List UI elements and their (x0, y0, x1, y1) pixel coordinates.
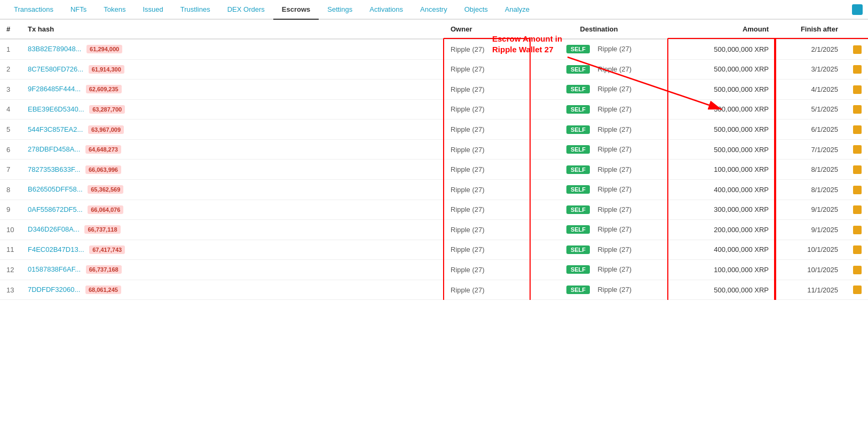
row-owner: Ripple (27) (444, 99, 530, 120)
tab-settings[interactable]: Settings (319, 0, 361, 20)
row-finish-after: 5/1/2025 (775, 99, 845, 120)
row-owner: Ripple (27) (444, 59, 530, 80)
tab-nfts[interactable]: NFTs (62, 0, 95, 20)
row-amount: 400,000,000 XRP (668, 179, 775, 200)
tx-hash-link: 7827353B633F... (28, 165, 80, 173)
table-row: 3 9F286485F444... 62,609,235 Ripple (27)… (0, 80, 868, 100)
lock-icon[interactable] (853, 286, 862, 294)
row-txhash[interactable]: EBE39E6D5340... 63,287,700 (21, 99, 444, 120)
col-header-owner: Owner (444, 20, 530, 39)
tab-analyze[interactable]: Analyze (496, 0, 538, 20)
tab-tokens[interactable]: Tokens (95, 0, 134, 20)
ledger-badge: 63,967,009 (88, 125, 124, 134)
row-txhash[interactable]: D346D26F08A... 66,737,118 (21, 220, 444, 240)
lock-icon[interactable] (853, 65, 862, 74)
lock-icon[interactable] (853, 266, 862, 274)
row-lock[interactable] (845, 179, 868, 200)
row-lock[interactable] (845, 59, 868, 80)
lock-icon[interactable] (853, 245, 862, 254)
row-lock[interactable] (845, 260, 868, 280)
tx-hash-link: 7DDFDF32060... (28, 286, 80, 294)
row-amount: 400,000,000 XRP (668, 240, 775, 260)
tab-transactions[interactable]: Transactions (5, 0, 62, 20)
row-destination: SELF Ripple (27) (530, 139, 668, 160)
tab-activations[interactable]: Activations (361, 0, 412, 20)
ledger-badge: 63,287,700 (89, 105, 125, 114)
row-destination: SELF Ripple (27) (530, 220, 668, 240)
row-amount: 100,000,000 XRP (668, 160, 775, 180)
row-txhash[interactable]: F4EC02B47D13... 67,417,743 (21, 240, 444, 260)
lock-icon[interactable] (853, 226, 862, 234)
row-owner: Ripple (27) (444, 220, 530, 240)
row-lock[interactable] (845, 280, 868, 300)
row-owner: Ripple (27) (444, 80, 530, 100)
lock-icon[interactable] (853, 165, 862, 174)
row-owner: Ripple (27) (444, 280, 530, 300)
row-amount: 500,000,000 XRP (668, 139, 775, 160)
row-finish-after: 6/1/2025 (775, 120, 845, 140)
row-txhash[interactable]: 7DDFDF32060... 68,061,245 (21, 280, 444, 300)
row-lock[interactable] (845, 120, 868, 140)
self-badge: SELF (566, 286, 590, 294)
row-num: 1 (0, 39, 21, 59)
tab-dex-orders[interactable]: DEX Orders (219, 0, 273, 20)
row-txhash[interactable]: 278DBFD458A... 64,648,273 (21, 139, 444, 160)
row-num: 5 (0, 120, 21, 140)
table-row: 12 01587838F6AF... 66,737,168 Ripple (27… (0, 260, 868, 280)
row-num: 12 (0, 260, 21, 280)
row-lock[interactable] (845, 80, 868, 100)
lock-icon[interactable] (853, 85, 862, 94)
row-owner: Ripple (27) (444, 200, 530, 220)
ledger-badge: 62,609,235 (86, 85, 122, 93)
row-owner: Ripple (27) (444, 240, 530, 260)
self-badge: SELF (566, 85, 590, 93)
lock-icon[interactable] (853, 125, 862, 134)
row-num: 6 (0, 139, 21, 160)
row-txhash[interactable]: 8C7E580FD726... 61,914,300 (21, 59, 444, 80)
self-badge: SELF (566, 205, 590, 214)
lock-icon[interactable] (853, 145, 862, 154)
row-txhash[interactable]: 9F286485F444... 62,609,235 (21, 80, 444, 100)
tab-escrows[interactable]: Escrows (273, 0, 319, 20)
tab-objects[interactable]: Objects (456, 0, 496, 20)
lock-icon[interactable] (853, 186, 862, 194)
row-finish-after: 10/1/2025 (775, 260, 845, 280)
tx-hash-link: 01587838F6AF... (28, 265, 81, 273)
row-amount: 100,000,000 XRP (668, 260, 775, 280)
tab-issued[interactable]: Issued (134, 0, 171, 20)
lock-icon[interactable] (853, 205, 862, 214)
row-lock[interactable] (845, 200, 868, 220)
row-lock[interactable] (845, 220, 868, 240)
ledger-badge: 66,737,168 (86, 265, 122, 274)
row-txhash[interactable]: 0AF558672DF5... 66,064,076 (21, 200, 444, 220)
row-finish-after: 9/1/2025 (775, 220, 845, 240)
table-row: 13 7DDFDF32060... 68,061,245 Ripple (27)… (0, 280, 868, 300)
row-destination: SELF Ripple (27) (530, 39, 668, 59)
row-finish-after: 3/1/2025 (775, 59, 845, 80)
row-num: 2 (0, 59, 21, 80)
row-lock[interactable] (845, 99, 868, 120)
lock-icon[interactable] (853, 105, 862, 114)
row-finish-after: 2/1/2025 (775, 39, 845, 59)
row-txhash[interactable]: B626505DFF58... 65,362,569 (21, 179, 444, 200)
row-finish-after: 8/1/2025 (775, 160, 845, 180)
lock-icon[interactable] (853, 45, 862, 54)
row-lock[interactable] (845, 160, 868, 180)
row-lock[interactable] (845, 240, 868, 260)
ledger-badge: 64,648,273 (85, 145, 121, 154)
row-txhash[interactable]: 83B82E789048... 61,294,000 (21, 39, 444, 59)
row-owner: Ripple (27) (444, 179, 530, 200)
tab-trustlines[interactable]: Trustlines (172, 0, 219, 20)
row-num: 4 (0, 99, 21, 120)
row-lock[interactable] (845, 139, 868, 160)
row-txhash[interactable]: 01587838F6AF... 66,737,168 (21, 260, 444, 280)
table-row: 2 8C7E580FD726... 61,914,300 Ripple (27)… (0, 59, 868, 80)
row-num: 3 (0, 80, 21, 100)
row-txhash[interactable]: 544F3C857EA2... 63,967,009 (21, 120, 444, 140)
row-txhash[interactable]: 7827353B633F... 66,063,996 (21, 160, 444, 180)
tab-ancestry[interactable]: Ancestry (412, 0, 456, 20)
table-row: 6 278DBFD458A... 64,648,273 Ripple (27) … (0, 139, 868, 160)
row-lock[interactable] (845, 39, 868, 59)
ledger-badge: 66,063,996 (85, 165, 121, 174)
row-num: 9 (0, 200, 21, 220)
